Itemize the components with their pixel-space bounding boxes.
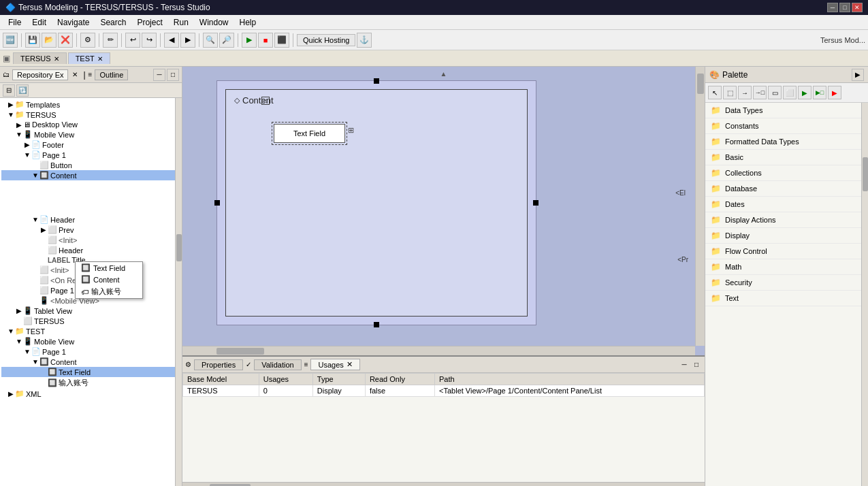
tree-item-header-child[interactable]: ▶ ⬜ Header — [1, 245, 180, 255]
palette-item-flow-control[interactable]: 📁 Flow Control — [705, 244, 868, 259]
pal-rect2-icon[interactable]: ⬜ — [783, 86, 797, 99]
pal-arrow2-icon[interactable]: →□ — [753, 86, 767, 99]
palette-expand-button[interactable]: ▶ — [852, 69, 864, 81]
menu-window[interactable]: Window — [194, 16, 234, 29]
tree-item-test-chinese[interactable]: ▶ 🔲 输入账号 — [1, 377, 180, 389]
tree-item-header[interactable]: ▼ 📄 Header — [1, 214, 180, 225]
tb-pencil-button[interactable]: ✏ — [103, 33, 118, 48]
menu-help[interactable]: Help — [234, 16, 262, 29]
palette-item-constants[interactable]: 📁 Constants — [705, 118, 868, 134]
tb-new-button[interactable]: 🆕 — [3, 33, 18, 48]
pal-rect-icon[interactable]: ▭ — [768, 86, 782, 99]
pal-run-icon[interactable]: ▶ — [798, 86, 811, 99]
tree-item-page1[interactable]: ▼ 📄 Page 1 — [1, 150, 180, 160]
btab-usages[interactable]: Usages ✕ — [310, 359, 359, 370]
tree-item-footer[interactable]: ▶ 📄 Footer — [1, 140, 180, 150]
tree-item-button[interactable]: ▶ ⬜ Button — [1, 160, 180, 170]
tree-item-mobile-view[interactable]: ▼ 📱 Mobile View — [1, 129, 180, 140]
close-repo-icon[interactable]: ✕ — [72, 71, 78, 78]
close-button[interactable]: ✕ — [852, 3, 863, 12]
palette-item-text[interactable]: 📁 Text — [705, 291, 868, 306]
tb-run-button[interactable]: ▶ — [242, 33, 257, 48]
tb-undo-button[interactable]: ↩ — [125, 33, 140, 48]
tb-open-button[interactable]: 📂 — [42, 33, 57, 48]
tree-item-init[interactable]: ▶ ⬜ <Init> — [1, 235, 180, 245]
palette-item-display[interactable]: 📁 Display — [705, 228, 868, 244]
panel-max-button[interactable]: □ — [167, 69, 179, 81]
panel-tab-outline[interactable]: Outline — [95, 69, 128, 80]
text-field-widget[interactable]: Text Field ⊞ — [274, 124, 345, 143]
bottom-hscroll[interactable] — [182, 482, 705, 486]
tb-debug-button[interactable]: ⬛ — [274, 33, 289, 48]
tab-test[interactable]: TEST ✕ — [68, 52, 110, 64]
tb-dock-button[interactable]: ⚓ — [357, 33, 372, 48]
tree-item-test-page1[interactable]: ▼ 📄 Page 1 — [1, 346, 180, 357]
tab-test-close[interactable]: ✕ — [97, 55, 103, 63]
menu-project[interactable]: Project — [131, 16, 167, 29]
tb-save-button[interactable]: 💾 — [25, 33, 40, 48]
collapse-all-button[interactable]: ⊟ — [3, 84, 15, 97]
tab-tersus[interactable]: TERSUS ✕ — [13, 52, 67, 64]
handle-bottom[interactable] — [374, 322, 379, 327]
ctx-item-chinese[interactable]: 🏷 输入账号 — [76, 285, 142, 298]
left-scroll-thumb[interactable] — [176, 234, 182, 261]
bottom-max-button[interactable]: □ — [691, 359, 702, 370]
tb-stop-button[interactable]: ■ — [258, 33, 273, 48]
sync-button[interactable]: 🔃 — [16, 84, 29, 97]
tb-close-button[interactable]: ❌ — [58, 33, 73, 48]
quick-hosting-button[interactable]: Quick Hosting — [297, 34, 355, 46]
tf-expand[interactable]: ⊞ — [348, 126, 354, 135]
palette-item-basic[interactable]: 📁 Basic — [705, 150, 868, 165]
btab-validation[interactable]: Validation — [254, 359, 302, 370]
tree-item-xml[interactable]: ▶ 📁 XML — [1, 389, 180, 399]
pal-cursor-icon[interactable]: ↖ — [708, 86, 722, 99]
tab-tersus-close[interactable]: ✕ — [54, 55, 59, 63]
pal-block-icon[interactable]: ▶ — [828, 86, 841, 99]
btab-properties[interactable]: Properties — [194, 359, 243, 370]
pal-select-icon[interactable]: ⬚ — [723, 86, 737, 99]
tb-settings-button[interactable]: ⚙ — [80, 33, 95, 48]
pal-run2-icon[interactable]: ▶□ — [813, 86, 826, 99]
tree-item-tersus[interactable]: ▼ 📁 TERSUS — [1, 110, 180, 120]
palette-item-database[interactable]: 📁 Database — [705, 181, 868, 197]
handle-right[interactable] — [533, 200, 539, 206]
bottom-min-button[interactable]: ─ — [679, 359, 690, 370]
tb-zoom-out-button[interactable]: 🔎 — [219, 33, 234, 48]
menu-run[interactable]: Run — [168, 16, 194, 29]
tree-item-tablet-view[interactable]: ▶ 📱 Tablet View — [1, 306, 180, 316]
tb-zoom-in-button[interactable]: 🔍 — [203, 33, 218, 48]
pal-arrow1-icon[interactable]: → — [738, 86, 752, 99]
ctx-item-content[interactable]: 🔲 Content — [76, 274, 142, 285]
menu-navigate[interactable]: Navigate — [52, 16, 95, 29]
palette-scrollbar[interactable] — [861, 103, 868, 486]
palette-item-data-types[interactable]: 📁 Data Types — [705, 103, 868, 118]
palette-item-math[interactable]: 📁 Math — [705, 259, 868, 275]
tree-item-test[interactable]: ▼ 📁 TEST — [1, 326, 180, 336]
palette-item-formatted-data[interactable]: 📁 Formatted Data Types — [705, 134, 868, 150]
minimize-button[interactable]: ─ — [827, 3, 838, 12]
palette-item-security[interactable]: 📁 Security — [705, 275, 868, 291]
panel-min-button[interactable]: ─ — [153, 69, 165, 81]
menu-search[interactable]: Search — [95, 16, 131, 29]
tree-item-test-textfield[interactable]: ▶ 🔲 Text Field — [1, 367, 180, 377]
tree-item-prev[interactable]: ▶ ⬜ Prev — [1, 225, 180, 235]
canvas-hscroll-thumb[interactable] — [216, 348, 264, 355]
palette-scroll-thumb[interactable] — [863, 157, 868, 191]
tree-item-templates[interactable]: ▶ 📁 Templates — [1, 99, 180, 110]
canvas-vscroll[interactable] — [695, 67, 705, 346]
left-scrollbar[interactable] — [175, 98, 182, 486]
tb-redo-button[interactable]: ↪ — [142, 33, 157, 48]
palette-item-display-actions[interactable]: 📁 Display Actions — [705, 212, 868, 228]
tb-back-button[interactable]: ◀ — [164, 33, 179, 48]
handle-left[interactable] — [214, 200, 220, 206]
tree-item-content[interactable]: ▼ 🔲 Content — [1, 170, 180, 180]
tree-item-desktop-view[interactable]: ▶ 🖥 Desktop View — [1, 120, 180, 129]
palette-item-dates[interactable]: 📁 Dates — [705, 197, 868, 212]
canvas-vscroll-thumb[interactable] — [697, 74, 704, 94]
tree-item-test-content[interactable]: ▼ 🔲 Content — [1, 357, 180, 367]
canvas-hscroll[interactable] — [182, 346, 695, 355]
panel-tab-repo[interactable]: Repository Ex — [12, 69, 68, 80]
maximize-button[interactable]: □ — [839, 3, 850, 12]
tree-item-test-mobile[interactable]: ▼ 📱 Mobile View — [1, 336, 180, 346]
btab-usages-close[interactable]: ✕ — [347, 360, 353, 369]
